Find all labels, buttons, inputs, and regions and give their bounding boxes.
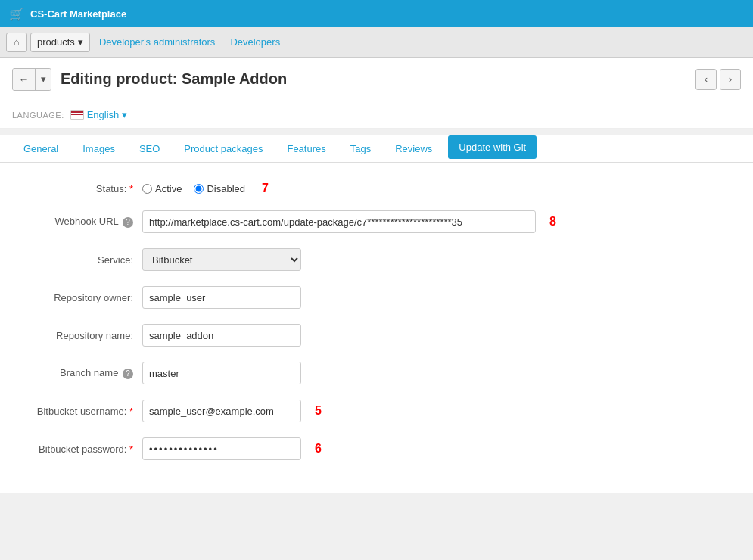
- back-dropdown-arrow-icon: ▾: [41, 73, 46, 85]
- home-button[interactable]: ⌂: [6, 33, 27, 52]
- webhook-help-icon[interactable]: ?: [123, 217, 133, 228]
- back-dropdown-button[interactable]: ▾: [36, 69, 51, 90]
- webhook-label: Webhook URL ?: [12, 216, 133, 228]
- nav-bar: ⌂ products ▾ Developer's administrators …: [0, 27, 753, 58]
- products-label: products: [37, 36, 75, 48]
- repo-name-label: Repository name:: [12, 330, 133, 341]
- products-dropdown[interactable]: products ▾: [30, 33, 90, 52]
- language-bar: LANGUAGE: English ▾: [0, 101, 753, 129]
- repo-name-row: Repository name:: [12, 324, 741, 347]
- webhook-input[interactable]: [142, 210, 536, 233]
- home-icon: ⌂: [14, 36, 20, 48]
- tab-reviews[interactable]: Reviews: [384, 135, 443, 162]
- back-button-group: ← ▾: [12, 68, 51, 91]
- status-disabled-radio[interactable]: [194, 184, 204, 194]
- bb-username-badge: 5: [315, 404, 322, 418]
- tab-tags[interactable]: Tags: [339, 135, 382, 162]
- tabs-bar: General Images SEO Product packages Feat…: [0, 135, 753, 163]
- status-active-option[interactable]: Active: [142, 183, 182, 194]
- status-active-label: Active: [155, 183, 182, 194]
- tab-update-with-git[interactable]: Update with Git: [448, 135, 537, 159]
- bb-password-row: Bitbucket password: * 6: [12, 437, 741, 460]
- repo-owner-label: Repository owner:: [12, 292, 133, 303]
- back-arrow-icon: ←: [19, 73, 30, 86]
- webhook-badge: 8: [549, 215, 556, 229]
- service-label: Service:: [12, 254, 133, 266]
- status-radio-group: Active Disabled 7: [142, 182, 269, 195]
- next-arrow-icon: ›: [729, 73, 732, 85]
- cart-icon: 🛒: [9, 7, 24, 21]
- bb-password-input[interactable]: [142, 437, 301, 460]
- branch-name-label: Branch name ?: [12, 367, 133, 379]
- next-button[interactable]: ›: [720, 69, 741, 90]
- service-row: Service: Bitbucket GitHub GitLab: [12, 248, 741, 271]
- tab-general[interactable]: General: [12, 135, 70, 162]
- branch-name-row: Branch name ?: [12, 362, 741, 384]
- bb-password-label: Bitbucket password: *: [12, 443, 133, 455]
- page-header: ← ▾ Editing product: Sample Addon ‹ ›: [0, 58, 753, 101]
- language-label: LANGUAGE:: [12, 110, 64, 120]
- back-button[interactable]: ←: [13, 69, 36, 90]
- app-logo: CS-Cart Marketplace: [30, 8, 126, 20]
- flag-icon: [70, 110, 84, 120]
- status-disabled-option[interactable]: Disabled: [194, 183, 245, 194]
- prev-button[interactable]: ‹: [695, 69, 717, 90]
- language-value: English: [87, 109, 120, 120]
- bb-username-input[interactable]: [142, 400, 301, 422]
- webhook-row: Webhook URL ? 8: [12, 210, 741, 233]
- tab-images[interactable]: Images: [71, 135, 126, 162]
- service-select[interactable]: Bitbucket GitHub GitLab: [142, 248, 301, 271]
- bb-username-label: Bitbucket username: *: [12, 406, 133, 417]
- status-disabled-label: Disabled: [207, 183, 245, 194]
- page-title: Editing product: Sample Addon: [61, 70, 686, 88]
- tab-features[interactable]: Features: [275, 135, 337, 162]
- status-label: Status: *: [12, 183, 133, 194]
- tab-product-packages[interactable]: Product packages: [173, 135, 274, 162]
- branch-help-icon[interactable]: ?: [123, 369, 133, 379]
- bb-password-badge: 6: [315, 442, 322, 456]
- top-bar: 🛒 CS-Cart Marketplace: [0, 0, 753, 27]
- language-dropdown-arrow: ▾: [122, 109, 127, 120]
- repo-name-input[interactable]: [142, 324, 301, 347]
- status-active-radio[interactable]: [142, 184, 152, 194]
- products-dropdown-arrow: ▾: [78, 36, 83, 48]
- repo-owner-row: Repository owner:: [12, 286, 741, 309]
- nav-developers-admin[interactable]: Developer's administrators: [93, 36, 222, 48]
- bb-username-row: Bitbucket username: * 5: [12, 400, 741, 422]
- nav-arrows: ‹ ›: [695, 69, 741, 90]
- status-required: *: [129, 183, 133, 194]
- status-badge: 7: [262, 182, 269, 195]
- branch-name-input[interactable]: [142, 362, 301, 384]
- main-content: Status: * Active Disabled 7 Webhook URL …: [0, 163, 753, 493]
- prev-arrow-icon: ‹: [705, 73, 708, 85]
- tab-seo[interactable]: SEO: [128, 135, 171, 162]
- nav-developers[interactable]: Developers: [224, 36, 286, 48]
- repo-owner-input[interactable]: [142, 286, 301, 309]
- language-selector[interactable]: English ▾: [70, 109, 128, 120]
- status-row: Status: * Active Disabled 7: [12, 182, 741, 195]
